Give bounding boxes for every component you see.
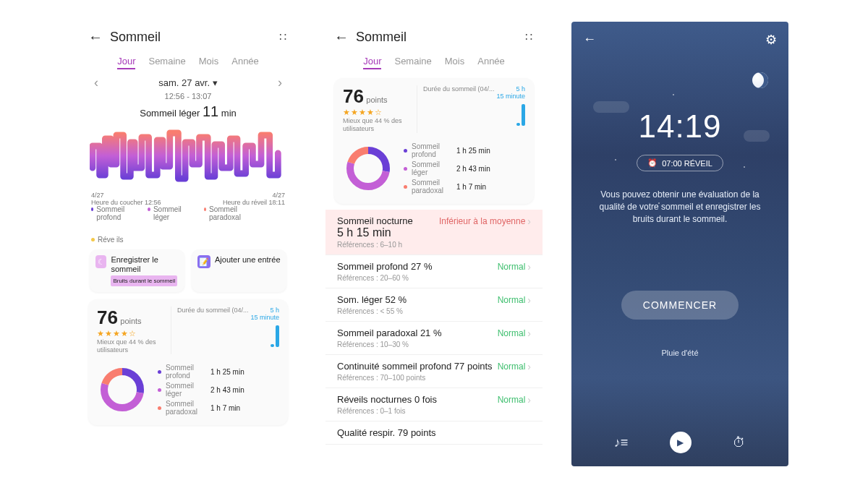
- tab-year[interactable]: Année: [477, 56, 505, 69]
- breakdown-list: Sommeil profond1 h 25 min Sommeil léger2…: [158, 361, 279, 418]
- sleep-ring-chart: [97, 364, 148, 415]
- record-sleep-card[interactable]: ☾ Enregistrer le sommeil Bruits durant l…: [90, 249, 184, 292]
- tab-day[interactable]: Jour: [117, 56, 135, 69]
- metric-row[interactable]: Réveils nocturnes 0 foisNormal ›Référenc…: [326, 388, 542, 421]
- sleep-ring-chart: [343, 143, 393, 194]
- header: ← Sommeil ∷: [80, 22, 297, 53]
- score-stars: ★★★★☆: [97, 329, 162, 338]
- legend-deep: Sommeil profond: [91, 205, 133, 221]
- play-button[interactable]: ▶: [670, 432, 692, 453]
- light-sleep-summary: Sommeil léger 11 min: [80, 103, 297, 120]
- period-tabs: Jour Semaine Mois Année: [80, 53, 297, 75]
- prev-day-icon[interactable]: ‹: [94, 75, 98, 90]
- metric-row[interactable]: Sommeil paradoxal 21 %Normal ›Références…: [326, 322, 542, 355]
- sleep-tracker-screen: ← ⚙ 14:19 ⏰ 07:00 RÉVEIL Vous pouvez obt…: [571, 22, 788, 466]
- metric-row[interactable]: Som. léger 52 %Normal ›Références : < 55…: [326, 288, 542, 322]
- time-range: 12:56 - 13:07: [80, 92, 297, 100]
- player-controls: ♪≡ ▶ ⏱: [571, 432, 788, 453]
- back-icon[interactable]: ←: [88, 29, 103, 46]
- page-title: Sommeil: [110, 30, 279, 45]
- legend-light: Sommeil léger: [148, 205, 190, 221]
- sleep-screen-metrics: ← Sommeil ∷ Jour Semaine Mois Année 76 p…: [326, 22, 542, 466]
- alarm-pill[interactable]: ⏰ 07:00 RÉVEIL: [637, 155, 723, 171]
- tab-day[interactable]: Jour: [363, 56, 381, 69]
- tab-month[interactable]: Mois: [445, 56, 464, 69]
- metric-row[interactable]: Sommeil nocturne5 h 15 minInférieur à la…: [326, 210, 542, 255]
- menu-icon[interactable]: ∷: [279, 30, 288, 44]
- tab-week[interactable]: Semaine: [394, 56, 431, 69]
- start-button[interactable]: COMMENCER: [621, 291, 739, 320]
- noise-badge: Bruits durant le sommeil: [111, 275, 177, 286]
- duration-mini-chart: Durée du sommeil (04/... 5 h15 minute: [417, 85, 525, 133]
- back-icon[interactable]: ←: [583, 32, 596, 48]
- duration-mini-chart: Durée du sommeil (04/... 5 h15 minute: [171, 307, 279, 354]
- tab-month[interactable]: Mois: [199, 56, 218, 69]
- legend-paradox: Sommeil paradoxal: [204, 205, 246, 221]
- settings-gear-icon[interactable]: ⚙: [765, 32, 777, 48]
- next-day-icon[interactable]: ›: [278, 75, 282, 90]
- description-text: Vous pouvez obtenir une évaluation de la…: [571, 171, 788, 226]
- playlist-icon[interactable]: ♪≡: [614, 435, 629, 450]
- legend-wake: Réve ils: [91, 236, 124, 244]
- score-card[interactable]: 76 points ★★★★☆ Mieux que 44 % des utili…: [88, 299, 288, 425]
- sound-name: Pluie d'été: [571, 348, 788, 357]
- tab-week[interactable]: Semaine: [148, 56, 185, 69]
- score-card[interactable]: 76 points ★★★★☆ Mieux que 44 % des utili…: [334, 78, 534, 204]
- date-nav: ‹ sam. 27 avr. ▾ ›: [80, 75, 297, 90]
- metric-row[interactable]: Continuité sommeil profond 77 pointsNorm…: [326, 355, 542, 388]
- alarm-clock-icon: ⏰: [647, 158, 658, 168]
- date-label[interactable]: sam. 27 avr. ▾: [158, 77, 217, 88]
- metric-row[interactable]: Qualité respir. 79 points: [326, 421, 542, 445]
- sleep-screen-day: ← Sommeil ∷ Jour Semaine Mois Année ‹ sa…: [80, 22, 297, 466]
- metric-row[interactable]: Sommeil profond 27 %Normal ›Références :…: [326, 255, 542, 288]
- page-title: Sommeil: [356, 30, 525, 45]
- timer-icon[interactable]: ⏱: [733, 435, 746, 450]
- back-icon[interactable]: ←: [334, 29, 349, 46]
- period-tabs: Jour Semaine Mois Année: [326, 53, 542, 75]
- add-entry-card[interactable]: 📝 Ajouter une entrée: [192, 249, 286, 292]
- note-icon: 📝: [197, 255, 210, 268]
- tab-year[interactable]: Année: [231, 56, 259, 69]
- chart-bed-label: 4/27 Heure du coucher 12:56: [91, 192, 161, 206]
- header: ← Sommeil ∷: [326, 22, 542, 53]
- action-cards: ☾ Enregistrer le sommeil Bruits durant l…: [80, 247, 297, 299]
- cloud-decoration: [744, 130, 770, 142]
- menu-icon[interactable]: ∷: [525, 30, 534, 44]
- score-better: Mieux que 44 % des utilisateurs: [97, 338, 162, 354]
- chart-wake-label: 4/27 Heure du réveil 18:11: [223, 192, 285, 206]
- moon-icon: [752, 72, 768, 88]
- score-value: 76: [97, 307, 118, 328]
- cloud-decoration: [593, 101, 629, 113]
- sleep-hypnogram: 4/27 Heure du coucher 12:56 4/27 Heure d…: [80, 120, 297, 200]
- sleep-legend: Sommeil profond Sommeil léger Sommeil pa…: [80, 200, 297, 247]
- moon-icon: ☾: [95, 255, 106, 268]
- metrics-list: Sommeil nocturne5 h 15 minInférieur à la…: [326, 210, 542, 445]
